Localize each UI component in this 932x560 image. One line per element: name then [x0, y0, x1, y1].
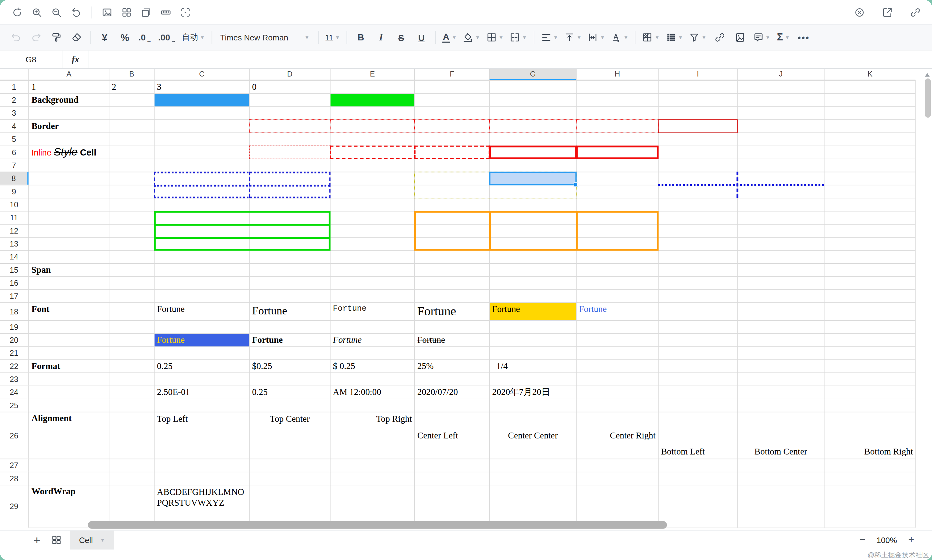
merge-cells-icon[interactable]: ▼: [507, 28, 530, 46]
zoom-out-button[interactable]: −: [859, 534, 865, 546]
column-header-H[interactable]: H: [576, 69, 658, 80]
zoom-level[interactable]: 100%: [877, 535, 897, 545]
undo-icon[interactable]: [6, 28, 26, 46]
column-header-F[interactable]: F: [414, 69, 489, 80]
freeze-icon[interactable]: ▼: [639, 28, 662, 46]
cell-F24[interactable]: 2020/07/20: [415, 386, 489, 398]
column-header-J[interactable]: J: [737, 69, 824, 80]
cell-A15[interactable]: Span: [29, 264, 109, 276]
fill-color-icon[interactable]: ▼: [460, 28, 483, 46]
row-header-21[interactable]: 21: [0, 346, 28, 360]
cell-C24[interactable]: 2.50E-01: [155, 386, 249, 398]
increase-decimal-button[interactable]: .00→: [155, 28, 179, 46]
column-header-C[interactable]: C: [154, 69, 249, 80]
vertical-scrollbar[interactable]: [925, 78, 931, 118]
column-header-I[interactable]: I: [658, 69, 737, 80]
cell-D20[interactable]: Fortune: [250, 334, 330, 346]
refresh-icon[interactable]: [7, 3, 27, 22]
link-icon[interactable]: [709, 28, 730, 46]
row-header-28[interactable]: 28: [0, 472, 28, 485]
horizontal-scrollbar[interactable]: [88, 521, 667, 529]
font-family-select[interactable]: Times New Roman▼: [216, 28, 314, 46]
cell-G22[interactable]: 1/4: [490, 360, 576, 372]
comment-icon[interactable]: ▼: [750, 28, 773, 46]
row-header-27[interactable]: 27: [0, 458, 28, 471]
cell-C22[interactable]: 0.25: [155, 360, 249, 372]
row-header-22[interactable]: 22: [0, 360, 28, 372]
cell-E22[interactable]: $ 0.25: [331, 360, 414, 372]
selection-fill-handle[interactable]: [574, 182, 578, 186]
column-header-B[interactable]: B: [109, 69, 154, 80]
cell-F20[interactable]: Fortune: [415, 334, 489, 346]
row-header-18[interactable]: 18: [0, 302, 28, 320]
bold-button[interactable]: B: [351, 28, 371, 46]
text-wrap-icon[interactable]: ▼: [585, 28, 608, 46]
column-header-E[interactable]: E: [330, 69, 414, 80]
hyperlink-icon[interactable]: [906, 3, 925, 22]
cell-C1[interactable]: 3: [155, 81, 249, 93]
conditional-format-icon[interactable]: ▼: [662, 28, 686, 46]
decrease-decimal-button[interactable]: .0←: [135, 28, 155, 46]
filter-icon[interactable]: ▼: [686, 28, 709, 46]
insert-image-icon[interactable]: [97, 3, 117, 22]
horizontal-align-icon[interactable]: ▼: [538, 28, 561, 46]
select-all-corner[interactable]: [0, 69, 28, 80]
cell-H26[interactable]: Center Right: [577, 412, 658, 458]
row-header-19[interactable]: 19: [0, 320, 28, 333]
zoom-in-button[interactable]: +: [908, 534, 914, 546]
column-header-A[interactable]: A: [28, 69, 109, 80]
cell-A1[interactable]: 1: [29, 81, 109, 93]
borders-icon[interactable]: ▼: [483, 28, 507, 46]
vertical-align-icon[interactable]: ▼: [561, 28, 585, 46]
image-icon[interactable]: [730, 28, 750, 46]
row-header-24[interactable]: 24: [0, 386, 28, 398]
cell-F18[interactable]: Fortune: [415, 303, 489, 320]
strikethrough-button[interactable]: S: [391, 28, 411, 46]
cell-E24[interactable]: AM 12:00:00: [331, 386, 414, 398]
column-header-G[interactable]: G: [489, 69, 576, 80]
cell-I26[interactable]: Bottom Left: [658, 412, 737, 458]
cell-C20[interactable]: Fortune: [155, 334, 249, 346]
cell-D22[interactable]: $0.25: [250, 360, 330, 372]
row-header-14[interactable]: 14: [0, 250, 28, 263]
clear-format-icon[interactable]: [67, 28, 87, 46]
cell-G26[interactable]: Center Center: [490, 412, 576, 458]
number-format-select[interactable]: 自动▼: [179, 28, 208, 46]
row-header-16[interactable]: 16: [0, 276, 28, 289]
cell-name-box[interactable]: G8: [0, 51, 62, 69]
cell-A26[interactable]: Alignment: [29, 412, 109, 458]
sheet-list-icon[interactable]: [51, 535, 62, 546]
row-header-3[interactable]: 3: [0, 106, 28, 119]
zoom-in-icon[interactable]: [27, 3, 46, 22]
cell-F26[interactable]: Center Left: [415, 412, 489, 458]
cell-G18[interactable]: Fortune: [490, 303, 576, 320]
cell-F22[interactable]: 25%: [415, 360, 489, 372]
add-sheet-button[interactable]: +: [30, 533, 44, 547]
row-header-7[interactable]: 7: [0, 158, 28, 172]
cell-C2[interactable]: [155, 94, 249, 106]
row-header-17[interactable]: 17: [0, 289, 28, 302]
row-header-15[interactable]: 15: [0, 263, 28, 276]
cell-D18[interactable]: Fortune: [250, 303, 330, 320]
row-header-23[interactable]: 23: [0, 372, 28, 385]
zoom-out-icon[interactable]: [46, 3, 66, 22]
row-header-9[interactable]: 9: [0, 185, 28, 198]
screenshot-icon[interactable]: [176, 3, 195, 22]
row-header-11[interactable]: 11: [0, 211, 28, 224]
cell-A2[interactable]: Background: [29, 94, 109, 106]
scroll-up-icon[interactable]: [925, 71, 929, 77]
format-painter-icon[interactable]: [46, 28, 66, 46]
cell-E18[interactable]: Fortune: [331, 303, 414, 320]
more-button[interactable]: •••: [793, 28, 813, 46]
rotate-icon[interactable]: [66, 3, 86, 22]
sum-button[interactable]: Σ▼: [773, 28, 793, 46]
column-header-K[interactable]: K: [824, 69, 916, 80]
underline-button[interactable]: U: [411, 28, 431, 46]
row-header-12[interactable]: 12: [0, 224, 28, 237]
cell-J26[interactable]: Bottom Center: [738, 412, 824, 458]
copy-stack-icon[interactable]: [136, 3, 156, 22]
cell-K26[interactable]: Bottom Right: [824, 412, 916, 458]
cell-A4[interactable]: Border: [29, 120, 109, 132]
italic-button[interactable]: I: [371, 28, 391, 46]
cell-A22[interactable]: Format: [29, 360, 109, 372]
